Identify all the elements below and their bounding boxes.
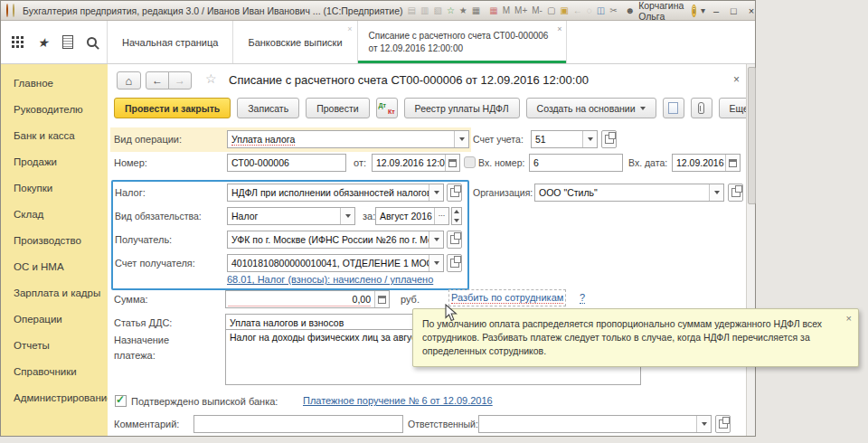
forward-button[interactable] — [168, 71, 192, 90]
chevron-down-icon[interactable] — [454, 131, 468, 147]
ellipsis-button[interactable] — [434, 208, 448, 224]
manual-edit-toggle[interactable] — [464, 156, 476, 168]
main-menu-icon[interactable] — [13, 4, 14, 17]
chevron-down-icon[interactable] — [429, 184, 443, 201]
chevron-down-icon[interactable] — [709, 184, 723, 201]
form-close-icon[interactable] — [733, 73, 740, 86]
obligation-field[interactable]: Налог — [227, 207, 355, 225]
preview-icon[interactable] — [433, 6, 441, 15]
split-window-icon[interactable] — [597, 6, 605, 15]
tab-close-icon[interactable] — [347, 25, 352, 33]
info-icon[interactable]: i — [692, 5, 696, 17]
account-field[interactable]: 51 — [531, 130, 598, 148]
minimize-button[interactable]: – — [710, 5, 722, 16]
ndfl-registry-button[interactable]: Реестр уплаты НДФЛ — [404, 98, 520, 118]
maximize-button[interactable]: □ — [727, 5, 741, 16]
favorite-star-icon[interactable] — [205, 71, 217, 86]
sidebar-item-bank-i-kassa[interactable]: Банк и касса — [1, 122, 108, 148]
calendar-icon[interactable] — [725, 155, 740, 171]
vertical-scrollbar[interactable] — [746, 64, 755, 436]
tab-bank-statements[interactable]: Банковские выписки — [232, 21, 357, 63]
period-field[interactable]: Август 2016 — [375, 207, 449, 225]
tax-field[interactable]: НДФЛ при исполнении обязанностей налогов… — [227, 184, 444, 202]
favorites-add-icon[interactable] — [447, 6, 455, 15]
app-logo-icon[interactable] — [6, 4, 8, 17]
sidebar-item-otchety[interactable]: Отчеты — [1, 332, 108, 358]
scrollbar-thumb[interactable] — [748, 67, 756, 204]
split-by-employees-link[interactable]: Разбить по сотрудникам — [451, 292, 563, 304]
open-document-icon[interactable] — [560, 6, 568, 15]
attachments-button[interactable] — [691, 98, 712, 118]
sidebar-item-glavnoe[interactable]: Главное — [1, 70, 108, 96]
chevron-down-icon[interactable] — [701, 6, 705, 15]
calc-m-button[interactable]: M — [503, 6, 510, 15]
dt-kt-button[interactable]: Дт Кт — [376, 98, 398, 118]
responsible-open-button[interactable] — [715, 415, 731, 433]
find-icon[interactable] — [587, 6, 592, 15]
sidebar-item-sklad[interactable]: Склад — [1, 201, 108, 227]
sidebar-item-administrirovanie[interactable]: Администрирование — [1, 384, 108, 410]
table-icon[interactable] — [472, 6, 480, 15]
sidebar-item-rukovoditelyu[interactable]: Руководителю — [1, 96, 108, 122]
amount-field[interactable]: 0,00 — [225, 290, 390, 308]
write-button[interactable]: Записать — [237, 98, 299, 118]
report-button[interactable] — [663, 98, 684, 118]
chevron-down-icon[interactable] — [582, 131, 597, 147]
split-help-link[interactable]: ? — [580, 292, 585, 304]
tab-home[interactable]: Начальная страница — [107, 21, 233, 63]
confirmed-checkbox[interactable] — [115, 395, 127, 407]
account-68-link[interactable]: 68.01, Налог (взносы): начислено / уплач… — [227, 274, 433, 285]
organization-open-button[interactable] — [728, 184, 743, 202]
print-icon[interactable] — [420, 6, 429, 15]
tax-open-button[interactable] — [447, 184, 462, 202]
chevron-down-icon[interactable] — [696, 416, 711, 432]
sidebar-item-prodazhi[interactable]: Продажи — [1, 148, 108, 174]
payee-account-field[interactable]: 40101810800000010041, ОТДЕЛЕНИЕ 1 МОСКВА — [227, 254, 444, 272]
incoming-date-field[interactable]: 12.09.2016 — [672, 154, 741, 172]
period-spinner[interactable] — [451, 207, 462, 225]
account-open-button[interactable] — [601, 130, 617, 148]
favorites-star-icon[interactable] — [37, 34, 49, 51]
menu-grid-icon[interactable] — [12, 36, 24, 48]
close-button[interactable]: × — [745, 5, 758, 16]
tab-document[interactable]: Списание с расчетного счета СТ00-000006 … — [357, 21, 568, 63]
number-field[interactable]: СТ00-000006 — [227, 154, 346, 172]
sidebar-item-operacii[interactable]: Операции — [1, 306, 108, 332]
sidebar-item-pokupki[interactable]: Покупки — [1, 174, 108, 201]
tooltip-close-icon[interactable] — [846, 312, 852, 326]
sidebar-item-os-i-nma[interactable]: ОС и НМА — [1, 253, 108, 279]
payee-field[interactable]: УФК по г. Москве (ИФНС России №26 по г. … — [227, 231, 444, 249]
history-icon[interactable] — [62, 35, 73, 49]
home-button[interactable] — [117, 71, 141, 90]
sidebar-item-spravochniki[interactable]: Справочники — [1, 358, 108, 384]
calculator-icon[interactable] — [374, 291, 389, 307]
more-button[interactable]: Еще — [719, 98, 746, 118]
payee-account-open-button[interactable] — [447, 254, 462, 272]
responsible-field[interactable] — [478, 415, 712, 433]
service-icon[interactable] — [609, 6, 617, 15]
date-field[interactable]: 12.09.2016 12:00:00 — [372, 154, 460, 172]
comment-field[interactable] — [193, 415, 403, 433]
new-document-icon[interactable] — [547, 6, 555, 15]
chevron-down-icon[interactable] — [340, 208, 354, 224]
payee-open-button[interactable] — [447, 231, 462, 249]
chevron-down-icon[interactable] — [429, 255, 443, 271]
incoming-number-field[interactable]: 6 — [529, 154, 623, 172]
current-user[interactable]: ☻ Корчагина Ольга — [626, 0, 684, 22]
back-icon[interactable] — [573, 6, 582, 15]
operation-type-field[interactable]: Уплата налога — [227, 130, 469, 148]
create-based-on-button[interactable]: Создать на основании — [526, 98, 656, 118]
post-and-close-button[interactable]: Провести и закрыть — [114, 98, 231, 118]
sidebar-item-zarplata-i-kadry[interactable]: Зарплата и кадры — [1, 279, 108, 306]
tab-close-icon[interactable] — [557, 25, 561, 33]
sidebar-item-proizvodstvo[interactable]: Производство — [1, 227, 108, 253]
post-button[interactable]: Провести — [306, 98, 369, 118]
calc-m-minus-button[interactable]: M- — [532, 6, 542, 15]
favorites-icon[interactable] — [459, 6, 467, 15]
calendar-icon[interactable] — [489, 6, 497, 15]
save-icon[interactable] — [408, 6, 416, 15]
organization-field[interactable]: ООО "Стиль" — [534, 184, 724, 202]
back-button[interactable] — [146, 71, 169, 90]
chevron-down-icon[interactable] — [429, 231, 443, 248]
search-icon[interactable] — [87, 37, 97, 47]
